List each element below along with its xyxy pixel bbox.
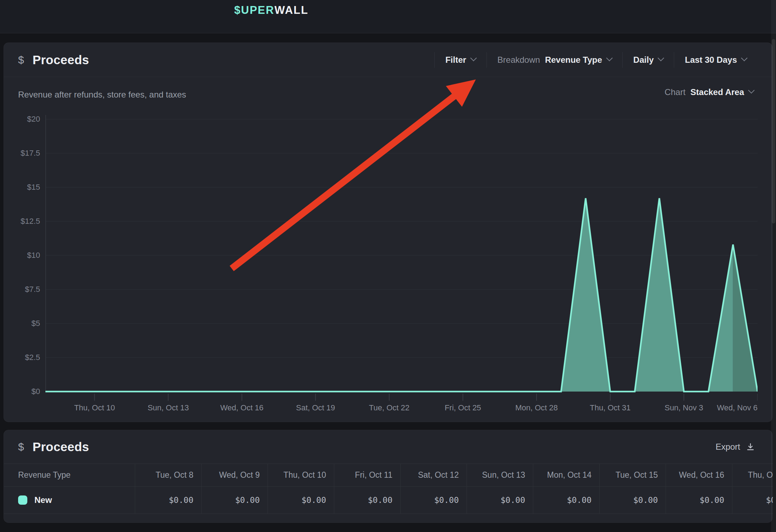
x-axis-label: Sun, Nov 3: [665, 403, 703, 412]
breakdown-label: Breakdown: [497, 55, 540, 65]
export-button[interactable]: Export: [714, 430, 757, 464]
dollar-icon: $: [18, 54, 24, 66]
chevron-down-icon: [741, 55, 747, 61]
y-axis-label: $10: [4, 251, 40, 260]
proceeds-chart-panel: $ Proceeds Filter Breakdown Revenue Type…: [4, 43, 772, 422]
column-header-date: Wed, Oct 16: [666, 464, 732, 486]
chart-type-label: Chart: [665, 87, 686, 97]
column-header-revenue-type: Revenue Type: [4, 464, 135, 486]
x-axis-label: Sun, Oct 13: [148, 403, 189, 412]
value-cell: $0.00: [268, 487, 334, 514]
value-cell: $0.00: [135, 487, 201, 514]
y-axis-label: $12.5: [4, 217, 40, 226]
column-header-date: Thu, Oct 10: [268, 464, 334, 486]
table-header-row: Revenue TypeTue, Oct 8Wed, Oct 9Thu, Oct…: [4, 464, 773, 487]
stacked-area-plot: [45, 112, 758, 406]
chevron-down-icon: [658, 55, 664, 61]
x-axis-label: Mon, Oct 28: [515, 403, 558, 412]
value-cell: $0.00: [666, 487, 732, 514]
column-header-date: Fri, Oct 11: [334, 464, 400, 486]
table-panel-header: $ Proceeds Export: [4, 430, 772, 464]
table-panel-title: Proceeds: [33, 440, 89, 454]
chart-panel-header: $ Proceeds Filter Breakdown Revenue Type…: [4, 43, 772, 77]
granularity-dropdown[interactable]: Daily: [623, 55, 674, 65]
date-range-dropdown[interactable]: Last 30 Days: [674, 55, 757, 65]
app-root: $UPERWALL $ Proceeds Filter Breakdown Re…: [0, 0, 776, 532]
chevron-down-icon: [606, 55, 612, 61]
column-header-date: Tue, Oct 8: [135, 464, 201, 486]
y-axis-label: $20: [4, 115, 40, 124]
panel-subtitle: Revenue after refunds, store fees, and t…: [18, 90, 186, 100]
date-range-value: Last 30 Days: [685, 55, 737, 65]
scrollbar-thumb[interactable]: [772, 39, 775, 223]
top-bar: $UPERWALL: [0, 0, 776, 33]
chevron-down-icon: [748, 87, 754, 93]
download-icon: [746, 442, 755, 451]
column-header-date: Wed, Oct 9: [201, 464, 268, 486]
filter-label: Filter: [445, 55, 466, 65]
x-axis-label: Thu, Oct 10: [74, 403, 115, 412]
chart-controls: Filter Breakdown Revenue Type Daily Last…: [434, 43, 757, 77]
panel-title: Proceeds: [33, 53, 89, 67]
row-label: New: [34, 495, 52, 505]
x-axis-label: Thu, Oct 31: [590, 403, 631, 412]
column-header-date: Sun, Oct 13: [467, 464, 533, 486]
chart-type-value: Stacked Area: [690, 87, 744, 97]
x-axis-label: Tue, Oct 22: [369, 403, 409, 412]
scrollbar[interactable]: [771, 0, 776, 532]
value-cell: $0.00: [400, 487, 467, 514]
y-axis-label: $2.5: [4, 353, 40, 362]
value-cell: $0.00: [334, 487, 400, 514]
superwall-logo: $UPERWALL: [234, 0, 308, 27]
proceeds-table-panel: $ Proceeds Export Revenue TypeTue, Oct 8…: [4, 430, 772, 523]
dollar-icon: $: [18, 441, 24, 453]
value-cell: $0.00: [599, 487, 666, 514]
column-header-date: Sat, Oct 12: [400, 464, 467, 486]
y-axis-label: $5: [4, 319, 40, 328]
x-axis: Thu, Oct 10Sun, Oct 13Wed, Oct 16Sat, Oc…: [45, 403, 758, 414]
legend-swatch: [18, 495, 27, 505]
x-axis-label: Wed, Nov 6: [717, 403, 758, 412]
value-cell: $0.00: [201, 487, 268, 514]
x-axis-label: Wed, Oct 16: [220, 403, 264, 412]
x-axis-label: Fri, Oct 25: [445, 403, 481, 412]
y-axis-label: $0: [4, 387, 40, 396]
y-axis-label: $15: [4, 183, 40, 192]
table-row: New$0.00$0.00$0.00$0.00$0.00$0.00$0.00$0…: [4, 487, 773, 514]
logo-prefix: $UPER: [234, 4, 274, 17]
y-axis-label: $17.5: [4, 149, 40, 158]
y-axis-label: $7.5: [4, 285, 40, 294]
export-label: Export: [716, 442, 740, 452]
column-header-date: Thu, Oct 17: [732, 464, 773, 486]
chart-type-dropdown[interactable]: Chart Stacked Area: [662, 87, 756, 98]
logo-suffix: WALL: [274, 4, 308, 17]
granularity-value: Daily: [633, 55, 654, 65]
value-cell: $0.00: [533, 487, 599, 514]
value-cell: $0.00: [732, 487, 773, 514]
column-header-date: Tue, Oct 15: [599, 464, 666, 486]
breakdown-dropdown[interactable]: Breakdown Revenue Type: [487, 55, 622, 65]
breakdown-value: Revenue Type: [545, 55, 602, 65]
y-axis: $0$2.5$5$7.5$10$12.5$15$17.5$20: [4, 112, 40, 406]
x-axis-label: Sat, Oct 19: [296, 403, 335, 412]
filter-dropdown[interactable]: Filter: [435, 55, 486, 65]
revenue-type-cell: New: [4, 487, 135, 514]
column-header-date: Mon, Oct 14: [533, 464, 599, 486]
chevron-down-icon: [470, 55, 477, 61]
value-cell: $0.00: [467, 487, 533, 514]
